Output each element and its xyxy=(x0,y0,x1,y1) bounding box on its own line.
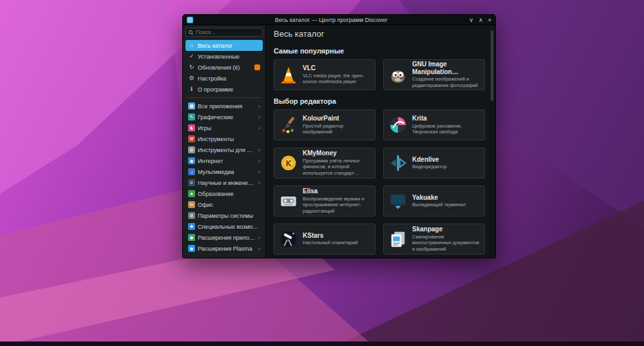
chevron-right-icon: › xyxy=(258,103,260,110)
sidebar-category-development[interactable]: ⚙ Инструменты для разработки › xyxy=(185,144,263,155)
section-title-popular: Самые популярные xyxy=(274,47,485,55)
sidebar-category-accessibility[interactable]: ✚ Специальные возможности xyxy=(185,221,263,232)
sidebar-category-plasma-addons[interactable]: ◆ Расширения Plasma › xyxy=(185,243,263,254)
elisa-icon xyxy=(279,191,298,211)
multimedia-icon: ♫ xyxy=(188,168,195,175)
sidebar-category-games[interactable]: ♞ Игры › xyxy=(185,122,263,133)
discover-app-icon xyxy=(187,17,193,23)
sidebar-category-all-applications[interactable]: ▦ Все приложения › xyxy=(185,101,263,111)
svg-text:K: K xyxy=(285,159,292,168)
sidebar-category-office[interactable]: ✉ Офис xyxy=(185,199,263,210)
graphics-icon: ✎ xyxy=(188,113,195,120)
sidebar-category-multimedia[interactable]: ♫ Мультимедиа › xyxy=(185,166,263,177)
chevron-right-icon: › xyxy=(258,114,260,120)
sidebar-item-updates[interactable]: ↻ Обновления (6) xyxy=(185,62,263,73)
search-box[interactable] xyxy=(185,28,263,37)
sidebar-category-system-settings[interactable]: ⚙ Параметры системы xyxy=(185,210,263,221)
sidebar-category-graphics[interactable]: ✎ Графические › xyxy=(185,111,263,122)
kdenlive-icon xyxy=(388,153,408,173)
development-icon: ⚙ xyxy=(188,146,195,153)
system-settings-icon: ⚙ xyxy=(188,212,195,219)
office-icon: ✉ xyxy=(188,201,195,208)
chevron-right-icon: › xyxy=(258,147,260,153)
installed-icon: ✓ xyxy=(188,53,195,60)
accessibility-icon: ✚ xyxy=(188,223,195,230)
sidebar-category-utilities[interactable]: ⚒ Инструменты xyxy=(185,133,263,144)
chevron-right-icon: › xyxy=(258,158,260,164)
editors-choice-grid: KolourPaint Простой редактор изображений… xyxy=(274,110,485,255)
settings-icon: ⚙ xyxy=(188,75,195,82)
app-card-gimp[interactable]: GNU Image Manipulation Program Создание … xyxy=(383,59,485,90)
games-icon: ♞ xyxy=(188,124,195,131)
updates-icon: ↻ xyxy=(188,64,195,71)
window-title: Весь каталог — Центр программ Discover xyxy=(193,17,469,23)
chevron-right-icon: › xyxy=(258,235,260,241)
home-icon: ⌂ xyxy=(188,42,195,49)
skanpage-icon xyxy=(388,229,408,249)
app-card-yakuake[interactable]: Yakuake Выпадающий терминал xyxy=(383,186,485,216)
about-icon: ℹ xyxy=(188,86,195,93)
sidebar-item-about[interactable]: ℹ О программе xyxy=(185,84,263,95)
sidebar-item-all-catalog[interactable]: ⌂ Весь каталог xyxy=(185,40,263,51)
kstars-icon xyxy=(279,229,298,249)
sidebar-category-app-addons[interactable]: ◆ Расширения приложений › xyxy=(185,232,263,243)
minimize-button[interactable]: ∨ xyxy=(469,17,474,23)
page-title: Весь каталог xyxy=(274,29,485,39)
plasma-addons-icon: ◆ xyxy=(188,245,195,252)
app-card-kolourpaint[interactable]: KolourPaint Простой редактор изображений xyxy=(274,110,375,140)
search-input[interactable] xyxy=(196,29,260,35)
chevron-right-icon: › xyxy=(258,180,260,186)
close-button[interactable]: × xyxy=(488,17,491,23)
updates-badge-icon xyxy=(254,64,260,70)
titlebar[interactable]: Весь каталог — Центр программ Discover ∨… xyxy=(183,15,495,25)
sidebar-category-education[interactable]: ★ Образование xyxy=(185,188,263,199)
main-content: Весь каталог Самые популярные VLC VLC me… xyxy=(266,25,495,258)
section-title-editors-choice: Выбор редактора xyxy=(274,97,485,106)
app-card-kmymoney[interactable]: K KMyMoney Программа учёта личных финанс… xyxy=(274,148,375,178)
sidebar-nav: ⌂ Весь каталог ✓ Установленные ↻ Обновле… xyxy=(185,40,263,95)
utilities-icon: ⚒ xyxy=(188,135,195,142)
vlc-icon xyxy=(279,65,298,84)
taskbar[interactable] xyxy=(0,341,644,346)
desktop-wallpaper: Весь каталог — Центр программ Discover ∨… xyxy=(0,0,644,346)
chevron-right-icon: › xyxy=(258,245,260,252)
sidebar-category-science[interactable]: ⚛ Научные и инженерные › xyxy=(185,177,263,188)
app-card-kdenlive[interactable]: Kdenlive Видеоредактор xyxy=(383,148,485,178)
sidebar-item-settings[interactable]: ⚙ Настройка xyxy=(185,73,263,84)
search-icon xyxy=(188,30,194,35)
sidebar-item-installed[interactable]: ✓ Установленные xyxy=(185,51,263,62)
kmymoney-icon: K xyxy=(279,153,298,173)
popular-apps-grid: VLC VLC media player, the open-source mu… xyxy=(274,59,485,90)
education-icon: ★ xyxy=(188,190,195,197)
app-card-vlc[interactable]: VLC VLC media player, the open-source mu… xyxy=(274,59,375,90)
gimp-icon xyxy=(388,65,408,84)
krita-icon xyxy=(388,115,408,135)
sidebar-separator xyxy=(187,97,261,98)
app-addons-icon: ◆ xyxy=(188,234,195,241)
app-card-elisa[interactable]: Elisa Воспроизведение музыки и прослушив… xyxy=(274,186,375,216)
sidebar-category-internet[interactable]: ◉ Интернет › xyxy=(185,155,263,166)
all-apps-icon: ▦ xyxy=(188,102,195,110)
science-icon: ⚛ xyxy=(188,179,195,186)
sidebar: ⌂ Весь каталог ✓ Установленные ↻ Обновле… xyxy=(183,25,266,258)
app-card-kstars[interactable]: KStars Настольный планетарий xyxy=(274,224,375,255)
maximize-button[interactable]: ∧ xyxy=(478,17,483,23)
chevron-right-icon: › xyxy=(258,169,260,175)
yakuake-icon xyxy=(388,191,408,211)
chevron-right-icon: › xyxy=(258,125,260,131)
internet-icon: ◉ xyxy=(188,157,195,164)
kolourpaint-icon xyxy=(279,115,298,135)
scrollbar[interactable] xyxy=(491,30,493,101)
discover-window: Весь каталог — Центр программ Discover ∨… xyxy=(182,14,496,258)
app-card-krita[interactable]: Krita Цифровое рисование. Творческая сво… xyxy=(383,110,485,140)
sidebar-categories: ▦ Все приложения › ✎ Графические › ♞ Игр… xyxy=(185,101,263,254)
app-card-skanpage[interactable]: Skanpage Сканирование многостраничных до… xyxy=(383,224,485,255)
